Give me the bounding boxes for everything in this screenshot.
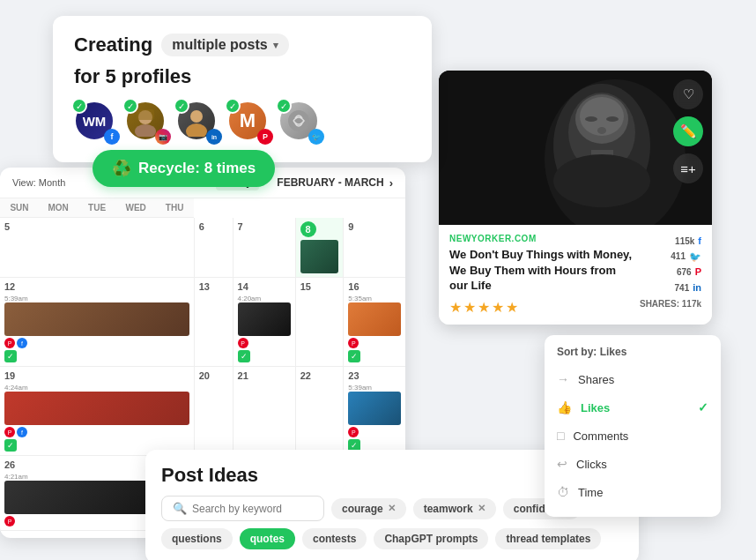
tag-quotes[interactable]: quotes (240, 528, 295, 549)
check-icon: ✓ (698, 400, 708, 414)
sort-shares-label: Shares (578, 373, 614, 386)
post-type-dropdown[interactable]: multiple posts ▾ (161, 34, 288, 56)
profile-avatar-1[interactable]: ✓ WM f (74, 101, 120, 146)
post-thumb-23 (348, 392, 401, 425)
tag-chatgpt[interactable]: ChapGPT prompts (374, 528, 488, 549)
cal-cell-22: 22 (295, 367, 344, 456)
cursor-icon: ↩ (557, 457, 567, 471)
star-1: ★ (449, 299, 462, 316)
linkedin-badge-3: in (206, 129, 222, 145)
recycle-label: Recycle: 8 times (138, 160, 256, 177)
tag-chatgpt-label: ChapGPT prompts (384, 533, 478, 545)
calendar-header: SUN MON TUE WED THU (0, 198, 194, 218)
creating-card: Creating multiple posts ▾ for 5 profiles… (53, 16, 432, 162)
sort-comments[interactable]: □ Comments (545, 422, 721, 450)
pinterest-count: 676 (677, 265, 692, 280)
sort-comments-label: Comments (573, 429, 628, 443)
svg-point-3 (190, 110, 203, 123)
cal-cell-16: 16 5:35am P ✓ (344, 278, 405, 367)
close-icon[interactable]: ✕ (388, 503, 396, 514)
sort-clicks-label: Clicks (576, 458, 607, 471)
sort-time[interactable]: ⏱ Time (545, 478, 721, 506)
article-title: We Don't Buy Things with Money, We Buy T… (449, 247, 634, 294)
tag-questions[interactable]: questions (161, 528, 233, 549)
post-thumb-14 (238, 302, 291, 336)
tag-courage-label: courage (342, 503, 383, 515)
article-image: ♡ ✏️ ≡+ (439, 71, 712, 225)
profile-avatar-3[interactable]: ✓ in (176, 101, 222, 146)
twitter-badge-5: 🐦 (308, 129, 324, 145)
article-action-buttons: ♡ ✏️ ≡+ (673, 79, 703, 183)
article-portrait (439, 71, 712, 225)
pinterest-badge-4: P (257, 129, 273, 145)
thumbs-up-icon: 👍 (557, 400, 572, 414)
comment-icon: □ (557, 429, 564, 443)
stat-facebook: 115k f (640, 234, 701, 250)
cal-cell-6: 6 (194, 218, 233, 278)
post-thumb (300, 240, 339, 273)
linkedin-icon: in (693, 280, 701, 296)
sort-likes[interactable]: 👍 Likes ✓ (545, 393, 721, 422)
twitter-icon: 🐦 (689, 250, 701, 265)
like-button[interactable]: ♡ (673, 79, 703, 109)
close-icon[interactable]: ✕ (478, 503, 485, 514)
profiles-row: ✓ WM f ✓ 📷 ✓ in ✓ M P ✓ (74, 101, 411, 146)
cal-week-3: 19 4:24am Pf ✓ 20 21 22 23 5:39am P ✓ (0, 367, 405, 456)
post-social-badge: P (238, 338, 248, 348)
post-social-badge: f (17, 427, 27, 437)
post-social-badge: P (4, 427, 15, 437)
stat-linkedin: 741 in (640, 280, 701, 296)
post-check: ✓ (348, 350, 360, 362)
post-check: ✓ (238, 350, 250, 362)
facebook-badge-1: f (104, 129, 120, 145)
month-nav: FEBRUARY - MARCH › (277, 176, 393, 190)
arrow-right-icon: → (557, 372, 569, 386)
add-to-queue-button[interactable]: ≡+ (673, 153, 703, 183)
check-badge-4: ✓ (225, 98, 241, 114)
dropdown-label: multiple posts (172, 37, 267, 53)
tags-row2: questions quotes contests ChapGPT prompt… (161, 528, 623, 549)
check-badge-5: ✓ (276, 98, 292, 114)
check-badge-3: ✓ (174, 98, 189, 114)
cal-cell-7: 7 (233, 218, 295, 278)
search-input[interactable] (192, 503, 313, 515)
svg-point-12 (585, 116, 597, 122)
stat-pinterest: 676 P (640, 265, 701, 280)
tag-thread-templates[interactable]: thread templates (495, 528, 601, 549)
write-button[interactable]: ✏️ (673, 116, 703, 146)
pinterest-icon: P (695, 265, 701, 280)
star-4: ★ (492, 299, 504, 316)
svg-point-4 (186, 123, 207, 137)
profile-avatar-2[interactable]: ✓ 📷 (125, 101, 171, 146)
next-month-button[interactable]: › (389, 176, 393, 190)
svg-point-14 (597, 127, 606, 134)
profile-avatar-5[interactable]: ✓ 🐦 (278, 101, 324, 146)
facebook-count: 115k (675, 235, 694, 249)
cal-cell-12: 12 5:39am Pf ✓ (0, 278, 194, 367)
post-check: ✓ (4, 439, 17, 452)
creating-suffix: for 5 profiles (74, 65, 191, 88)
star-3: ★ (478, 299, 490, 316)
stars-row: ★ ★ ★ ★ ★ (449, 299, 634, 316)
tag-contests[interactable]: contests (302, 528, 367, 549)
sort-shares[interactable]: → Shares (545, 365, 721, 393)
post-social-badge: P (348, 427, 359, 437)
recycle-icon: ♻️ (112, 159, 131, 178)
recycle-badge[interactable]: ♻️ Recycle: 8 times (93, 150, 275, 187)
tag-teamwork-label: teamwork (424, 503, 473, 515)
tag-courage[interactable]: courage ✕ (331, 498, 406, 519)
month-range-label: FEBRUARY - MARCH (277, 176, 383, 189)
tag-teamwork[interactable]: teamwork ✕ (413, 498, 496, 519)
svg-point-16 (553, 154, 650, 207)
cal-cell-21: 21 (233, 367, 295, 456)
tag-thread-label: thread templates (506, 533, 590, 545)
sort-dropdown-title: Sort by: Likes (545, 346, 721, 365)
sort-likes-label: Likes (581, 401, 610, 414)
cal-cell-14: 14 4:20am P ✓ (233, 278, 295, 367)
profile-avatar-4[interactable]: ✓ M P (227, 101, 273, 146)
post-social-badge: P (4, 516, 15, 526)
post-check: ✓ (4, 350, 17, 362)
cal-cell-8: 8 (295, 218, 344, 278)
sort-clicks[interactable]: ↩ Clicks (545, 450, 721, 478)
star-5: ★ (506, 299, 518, 316)
